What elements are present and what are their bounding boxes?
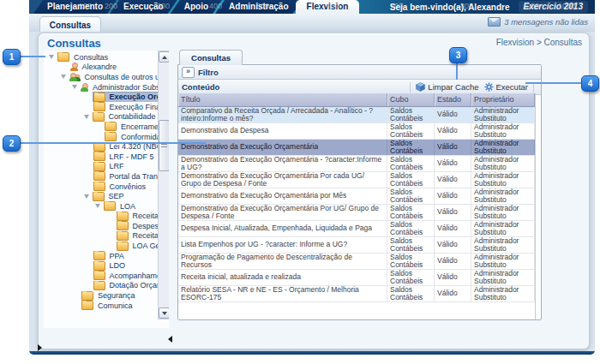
expand-filter-icon[interactable]: » <box>182 67 195 78</box>
table-cell-estado: Válido <box>435 140 471 155</box>
executar-button[interactable]: Executar <box>484 82 529 92</box>
column-header-titulo[interactable]: Título <box>178 93 387 106</box>
vertical-scroll-thumb[interactable] <box>159 120 169 171</box>
table-row[interactable]: Receita inicial, atualizada e realizadaS… <box>178 270 535 286</box>
column-header-cubo[interactable]: Cubo <box>387 93 435 106</box>
tree-item-loa-gerenciais[interactable]: LOA Gerenciais <box>44 241 158 251</box>
menu-tab-apoio[interactable]: Apoio <box>171 0 222 14</box>
column-header-estado[interactable]: Estado <box>435 93 471 106</box>
table-row[interactable]: Lista Empenhos por UG - ?caracter: Infor… <box>178 237 535 254</box>
table-cell-cubo: Saldos Contábeis <box>387 237 435 253</box>
filter-label: Filtro <box>198 68 219 77</box>
tree-vertical-scrollbar[interactable] <box>158 51 169 319</box>
queries-table: TítuloCuboEstadoProprietário Comparativo… <box>178 93 536 319</box>
table-row[interactable]: Demonstrativo da Execução Orçamentária -… <box>178 156 535 172</box>
tree-item-loa[interactable]: LOA <box>44 201 158 212</box>
tree-item-ldo[interactable]: LDO <box>44 260 158 271</box>
tree-item-receitas[interactable]: Receitas <box>44 212 158 222</box>
tree-item-label: LOA <box>118 202 137 211</box>
callout-badge-3: 3 <box>449 47 467 63</box>
tree-item-conformidade[interactable]: Conformidade <box>44 132 158 142</box>
tree-item-content: LDO <box>93 261 159 271</box>
scroll-up-button[interactable] <box>159 51 169 63</box>
tree-item-acompanhamento[interactable]: Acompanhamento <box>44 271 158 281</box>
table-cell-titulo: Demonstrativo da Execução Orçamentária P… <box>178 205 387 220</box>
expanded-triangle-icon[interactable] <box>95 204 100 208</box>
table-row[interactable]: Demonstrativo da DespesaSaldos Contábeis… <box>178 123 535 140</box>
tree-item-sep[interactable]: SEP <box>44 191 158 201</box>
expanded-triangle-icon[interactable] <box>84 194 89 199</box>
tree-item-administrador-substituto[interactable]: Administrador Substituto <box>44 82 158 92</box>
splitter-collapse-left-icon[interactable] <box>168 336 172 343</box>
tree-item-encerramento[interactable]: Encerramento <box>44 122 158 132</box>
tree-item-label: Consultas <box>72 53 110 62</box>
tree-item-content: Conformidade <box>105 132 158 141</box>
tree-item-label: Receitas <box>131 212 159 220</box>
table-cell-titulo: Lista Empenhos por UG - ?caracter: Infor… <box>178 237 387 253</box>
menu-tab-execucao[interactable]: Execução <box>110 0 177 14</box>
expanded-triangle-icon[interactable] <box>72 85 77 89</box>
tree-item-consultas[interactable]: Consultas <box>44 52 158 63</box>
folder-icon <box>117 221 129 230</box>
exercise-selector[interactable]: Exercício 2013 <box>519 1 589 13</box>
expanded-triangle-icon[interactable] <box>84 115 89 119</box>
folder-icon <box>105 122 117 131</box>
tree-item-dotacao-orcamentar[interactable]: Dotação Orçamentár <box>44 281 158 291</box>
breadcrumb[interactable]: Flexvision > Consultas <box>496 38 582 47</box>
expanded-triangle-icon[interactable] <box>61 75 66 79</box>
tree-item-content: Despesas <box>117 221 159 230</box>
tree-item-alexandre[interactable]: Alexandre <box>44 63 158 73</box>
tree-item-label: Execução Orçament <box>108 92 159 101</box>
table-cell-proprietario: Administrador Substituto <box>471 107 535 122</box>
table-cell-estado: Válido <box>435 107 471 122</box>
limpar-cache-button[interactable]: Limpar Cache <box>416 82 478 92</box>
content-tab-consultas[interactable]: Consultas <box>179 50 243 65</box>
column-header-proprietario[interactable]: Proprietário <box>471 93 535 106</box>
filter-bar[interactable]: » Filtro <box>178 65 541 80</box>
menu-tab-flexvision[interactable]: Flexvision <box>296 0 360 14</box>
tree-item-portal-da-transparencia[interactable]: Portal da Transparência <box>44 171 158 182</box>
tree-item-comunica[interactable]: Comunica <box>44 301 158 311</box>
table-cell-proprietario: Administrador Substituto <box>471 286 535 301</box>
tree-item-execucao-financeira[interactable]: Execução Financeira <box>44 102 158 112</box>
unread-messages-link[interactable]: 3 mensagens não lidas <box>488 17 588 27</box>
tree-item-ppa[interactable]: PPA <box>44 251 158 261</box>
tree-item-seguranca[interactable]: Segurança <box>44 290 158 301</box>
table-row[interactable]: Despesa Inicial, Atualizada, Empenhada, … <box>178 221 535 237</box>
table-cell-estado: Válido <box>435 156 471 171</box>
table-cell-titulo: Comparativo da Receita Orçada / Arrecada… <box>178 107 387 122</box>
tree-item-label: Segurança <box>96 291 137 300</box>
tree-item-lrf[interactable]: LRF <box>44 162 158 172</box>
tree-item-contabilidade[interactable]: Contabilidade <box>44 112 158 122</box>
table-row[interactable]: Demonstrativo da Execução Orçamentária p… <box>178 188 535 205</box>
menu-tab-planejamento[interactable]: Planejamento <box>33 0 117 14</box>
tree-item-receita-x-despes[interactable]: Receita X Despes <box>44 231 158 242</box>
table-row[interactable]: Demonstrativo da Execução Orçamentária P… <box>178 172 535 188</box>
table-cell-proprietario: Administrador Substituto <box>471 237 535 253</box>
table-cell-proprietario: Administrador Substituto <box>471 140 535 155</box>
table-row[interactable]: Relatório SESA - NR e NE - ES - Orçament… <box>178 286 535 302</box>
scroll-down-button[interactable] <box>159 307 169 319</box>
tree-item-lrf-mdf-5[interactable]: LRF - MDF 5 <box>44 152 158 162</box>
table-cell-proprietario: Administrador Substituto <box>471 172 535 188</box>
tree-item-label: LRF - MDF 5 <box>108 152 156 161</box>
arrow-up-icon <box>162 56 167 59</box>
table-row[interactable]: Demonstrativo da Execução OrçamentáriaSa… <box>178 140 535 156</box>
tree-item-execucao-orcament[interactable]: Execução Orçament <box>44 92 158 102</box>
table-cell-proprietario: Administrador Substituto <box>471 156 535 171</box>
toolbar-separator <box>410 82 411 92</box>
splitter-collapse-right-icon[interactable] <box>38 344 42 351</box>
expanded-triangle-icon[interactable] <box>49 55 54 59</box>
table-row[interactable]: Comparativo da Receita Orçada / Arrecada… <box>178 107 535 123</box>
table-cell-estado: Válido <box>435 221 471 236</box>
menu-tab-administracao[interactable]: Administração <box>215 0 302 14</box>
tab-consultas[interactable]: Consultas <box>39 16 101 33</box>
table-row[interactable]: Demonstrativo da Execução Orçamentária P… <box>178 205 535 221</box>
tree-item-despesas[interactable]: Despesas <box>44 221 158 231</box>
tree-item-consultas-de-outros-usuarios[interactable]: Consultas de outros usuários <box>44 72 158 82</box>
table-cell-cubo: Saldos Contábeis <box>387 107 435 122</box>
table-row[interactable]: Programação de Pagamento de Descentraliz… <box>178 254 535 270</box>
tree-item-label: Encerramento <box>119 122 158 131</box>
tree-item-convenios[interactable]: Convênios <box>44 182 158 192</box>
table-cell-titulo: Demonstrativo da Despesa <box>178 123 387 139</box>
